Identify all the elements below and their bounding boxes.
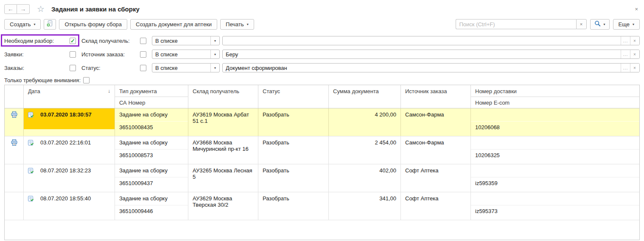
chevron-down-icon: ▾ [34,22,35,26]
search-clear-button[interactable]: × [576,19,587,29]
doc-type-cell[interactable]: Задание на сборку 36510008573 [115,136,188,164]
date-value: 03.07.2020 22:16:01 [40,139,91,146]
order-source-cell[interactable]: Самсон-Фарма [401,136,471,164]
header-delivery-number[interactable]: Номер доставки Номер E-com [471,85,639,108]
forward-button[interactable]: → [17,4,30,14]
warehouse-filter-checkbox[interactable] [140,38,146,44]
documents-table: Дата ↓ Тип документа СА Номер Склад полу… [4,85,640,240]
warehouse-cell[interactable]: АУ3619 Москва Арбат 51 с.1 [188,108,258,136]
amount-cell[interactable]: 341,00 [329,192,401,220]
create-copy-button[interactable] [44,19,56,30]
warehouse-value: АУ3265 Москва Лесная 5 [193,167,252,180]
order-source-cell[interactable]: Самсон-Фарма [401,108,471,136]
warehouse-cell[interactable]: АУ3668 Москва Мичуринский пр-кт 16 [188,136,258,164]
favorite-star-icon[interactable]: ☆ [37,5,45,13]
ca-number-value: 36510009446 [119,208,153,214]
table-row[interactable]: 08.07.2020 18:32:23 Задание на сборку 36… [5,164,639,192]
back-button[interactable]: ← [4,4,17,14]
warehouse-cell[interactable]: АУ3265 Москва Лесная 5 [188,164,258,192]
order-source-value-input[interactable] [223,50,621,58]
status-cell[interactable]: Разобрать [258,192,329,220]
status-value-field: ... × [222,63,640,72]
status-condition-combo[interactable]: В списке ▾ [152,63,220,72]
header-order-source[interactable]: Источник заказа [401,85,471,108]
warehouse-condition-value: В списке [152,38,210,44]
header-doc-type-label: Тип документа [119,88,157,94]
doc-type-cell[interactable]: Задание на сборку 36510008435 [115,108,188,136]
assembly-task-icon [27,195,34,203]
header-status[interactable]: Статус [258,85,329,108]
order-source-condition-combo[interactable]: В списке ▾ [152,50,220,59]
delivery-cell[interactable]: iz595359 [471,164,639,192]
search-input[interactable] [456,19,576,29]
doc-type-cell[interactable]: Задание на сборку 36510009446 [115,192,188,220]
amount-cell[interactable]: 402,00 [329,164,401,192]
table-row[interactable]: 03.07.2020 22:16:01 Задание на сборку 36… [5,136,639,164]
warehouse-condition-combo[interactable]: В списке ▾ [152,36,220,45]
print-button[interactable]: Печать ▾ [220,19,254,30]
date-cell[interactable]: 03.07.2020 18:30:57 [24,108,115,136]
order-source-cell[interactable]: Софт Аптека [401,192,471,220]
status-cell[interactable]: Разобрать [258,108,329,136]
create-button[interactable]: Создать ▾ [4,19,41,30]
warehouse-pick-button[interactable]: ... [621,36,630,45]
filter-row-attention: Только требующие внимания: [0,76,644,84]
table-row[interactable]: 08.07.2020 18:55:40 Задание на сборку 36… [5,192,639,220]
date-cell[interactable]: 08.07.2020 18:55:40 [24,192,115,220]
amount-cell[interactable]: 4 200,00 [329,108,401,136]
date-value: 08.07.2020 18:55:40 [40,195,91,202]
status-value-input[interactable] [223,64,621,72]
need-sorting-label: Необходим разбор: [4,38,67,44]
ca-number-value: 36510008573 [119,152,153,158]
attention-only-checkbox[interactable] [83,77,90,83]
status-clear-button[interactable]: × [630,64,639,72]
chevron-down-icon[interactable]: ▾ [210,64,219,72]
warehouse-value: АУ3629 Москва Тверская 30/2 [193,195,232,208]
status-filter-checkbox[interactable] [140,65,146,71]
create-pharmacy-document-button[interactable]: Создать документ для аптеки [130,19,217,30]
delivery-cell[interactable]: 10206068 [471,108,639,136]
ecom-number-value: iz595373 [475,208,498,214]
amount-value: 2 454,00 [375,139,396,146]
print-indicator-cell [5,192,24,220]
open-assembly-form-button[interactable]: Открыть форму сбора [59,19,127,30]
warehouse-value-input[interactable] [223,36,621,45]
ca-number-value: 36510008435 [119,124,153,130]
chevron-down-icon[interactable]: ▾ [210,50,219,58]
title-bar: ← → ☆ Задания и заявки на сборку × [4,3,640,15]
header-warehouse[interactable]: Склад получатель [188,85,258,108]
order-source-value: Софт Аптека [405,167,439,174]
status-value: Разобрать [263,139,289,146]
status-pick-button[interactable]: ... [621,64,630,72]
attention-only-label: Только требующие внимания: [4,77,81,83]
amount-cell[interactable]: 2 454,00 [329,136,401,164]
chevron-down-icon: ▾ [247,22,249,26]
table-row[interactable]: 03.07.2020 18:30:57 Задание на сборку 36… [5,108,639,136]
chevron-down-icon[interactable]: ▾ [210,36,219,45]
order-source-cell[interactable]: Софт Аптека [401,164,471,192]
status-cell[interactable]: Разобрать [258,136,329,164]
more-button[interactable]: Еще ▾ [613,19,640,30]
header-amount[interactable]: Сумма документа [329,85,401,108]
header-date[interactable]: Дата ↓ [24,85,115,108]
doc-type-cell[interactable]: Задание на сборку 36510009437 [115,164,188,192]
amount-value: 4 200,00 [375,111,396,118]
warehouse-clear-button[interactable]: × [630,36,639,45]
close-window-button[interactable]: × [635,6,638,12]
warehouse-cell[interactable]: АУ3629 Москва Тверская 30/2 [188,192,258,220]
order-source-pick-button[interactable]: ... [621,50,630,58]
order-source-clear-button[interactable]: × [630,50,639,58]
need-sorting-checkbox[interactable]: ✓ [70,38,76,44]
date-cell[interactable]: 03.07.2020 22:16:01 [24,136,115,164]
status-cell[interactable]: Разобрать [258,164,329,192]
delivery-cell[interactable]: iz595373 [471,192,639,220]
header-doc-type[interactable]: Тип документа СА Номер [115,85,188,108]
header-ecom-number-label: Номер E-com [475,100,510,106]
order-source-filter-checkbox[interactable] [140,51,146,58]
date-cell[interactable]: 08.07.2020 18:32:23 [24,164,115,192]
requests-checkbox[interactable] [70,51,76,58]
search-options-button[interactable]: ▾ [590,19,610,30]
more-button-label: Еще [619,21,630,28]
orders-checkbox[interactable] [70,65,76,71]
delivery-cell[interactable]: 10206325 [471,136,639,164]
